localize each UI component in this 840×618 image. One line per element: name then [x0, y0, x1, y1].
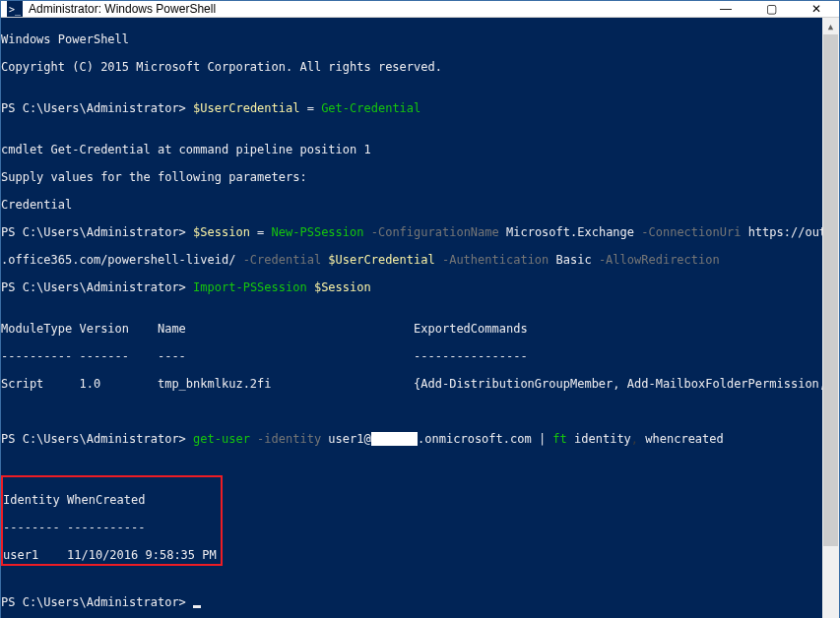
maximize-button[interactable]: ▢	[748, 1, 794, 17]
variable: $UserCredential	[328, 253, 434, 267]
terminal-line: cmdlet Get-Credential at command pipelin…	[1, 143, 822, 156]
parameter: -Authentication	[435, 253, 556, 267]
cmdlet: New-PSSession	[272, 225, 364, 239]
parameter: -identity	[250, 432, 328, 446]
table-row: Script 1.0 tmp_bnkmlkuz.2fi {Add-Distrib…	[1, 377, 822, 391]
arg: whencreated	[645, 432, 723, 446]
cursor	[193, 605, 201, 608]
close-button[interactable]: ✕	[794, 1, 839, 17]
arg: .onmicrosoft.com	[418, 432, 532, 446]
arg: identity	[567, 432, 631, 446]
space	[307, 280, 314, 294]
terminal-line: Copyright (C) 2015 Microsoft Corporation…	[1, 60, 822, 74]
prompt: PS C:\Users\Administrator>	[1, 595, 193, 609]
cmdlet: Get-Credential	[321, 101, 420, 115]
window-title: Administrator: Windows PowerShell	[29, 2, 703, 16]
terminal-output[interactable]: Windows PowerShell Copyright (C) 2015 Mi…	[1, 18, 822, 618]
table-header: Identity WhenCreated	[3, 493, 217, 507]
terminal-line: Windows PowerShell	[1, 32, 822, 46]
parameter: -ConfigurationName	[363, 225, 506, 239]
prompt: PS C:\Users\Administrator>	[1, 225, 193, 239]
table-separator: -------- -----------	[3, 521, 217, 534]
powershell-icon: >_	[7, 1, 23, 17]
operator: =	[250, 225, 272, 239]
variable: $UserCredential	[193, 101, 299, 115]
parameter: -Credential	[235, 253, 328, 267]
prompt: PS C:\Users\Administrator>	[1, 101, 193, 115]
parameter: -ConnectionUri	[634, 225, 748, 239]
comma: ,	[631, 432, 645, 446]
powershell-icon-glyph: >_	[9, 4, 21, 15]
terminal-line: Identity WhenCreated -------- ----------…	[1, 460, 822, 568]
terminal-line: PS C:\Users\Administrator> $Session = Ne…	[1, 225, 822, 239]
pipe: |	[532, 432, 553, 446]
terminal-line: PS C:\Users\Administrator> Import-PSSess…	[1, 280, 822, 294]
parameter: -AllowRedirection	[592, 253, 720, 267]
window-buttons: — ▢ ✕	[703, 1, 839, 17]
cmdlet: ft	[552, 432, 566, 446]
cmdlet: Import-PSSession	[193, 280, 307, 294]
scroll-thumb[interactable]	[823, 34, 838, 546]
table-separator: ---------- ------- ---- ----------------	[1, 349, 822, 363]
arg: Basic	[556, 253, 592, 267]
highlight-box: Identity WhenCreated -------- ----------…	[1, 475, 223, 566]
prompt: PS C:\Users\Administrator>	[1, 432, 193, 446]
table-header: ModuleType Version Name ExportedCommands	[1, 322, 822, 336]
terminal-line: PS C:\Users\Administrator> get-user -ide…	[1, 432, 822, 446]
variable: $Session	[314, 280, 371, 294]
variable: $Session	[193, 225, 250, 239]
terminal-line: Supply values for the following paramete…	[1, 170, 822, 184]
table-row: user1 11/10/2016 9:58:35 PM	[3, 548, 217, 562]
prompt: PS C:\Users\Administrator>	[1, 280, 193, 294]
terminal-line: PS C:\Users\Administrator> $UserCredenti…	[1, 101, 822, 115]
powershell-window: >_ Administrator: Windows PowerShell — ▢…	[0, 0, 840, 618]
arg: .office365.com/powershell-liveid/	[1, 253, 235, 267]
titlebar[interactable]: >_ Administrator: Windows PowerShell — ▢…	[1, 1, 839, 18]
redacted-text: xxxxxx	[371, 432, 418, 446]
terminal-line: PS C:\Users\Administrator>	[1, 595, 822, 609]
scroll-up-button[interactable]: ▲	[822, 18, 839, 34]
arg: Microsoft.Exchange	[506, 225, 634, 239]
client-area: Windows PowerShell Copyright (C) 2015 Mi…	[1, 18, 839, 618]
vertical-scrollbar[interactable]: ▲ ▼	[822, 18, 839, 618]
arg: user1@	[328, 432, 370, 446]
operator: =	[299, 101, 321, 115]
cmdlet: get-user	[193, 432, 250, 446]
terminal-line: .office365.com/powershell-liveid/ -Crede…	[1, 253, 822, 267]
terminal-line: Credential	[1, 198, 822, 212]
minimize-button[interactable]: —	[703, 1, 748, 17]
scroll-track[interactable]	[822, 34, 839, 618]
arg: https://outlook	[748, 225, 822, 239]
